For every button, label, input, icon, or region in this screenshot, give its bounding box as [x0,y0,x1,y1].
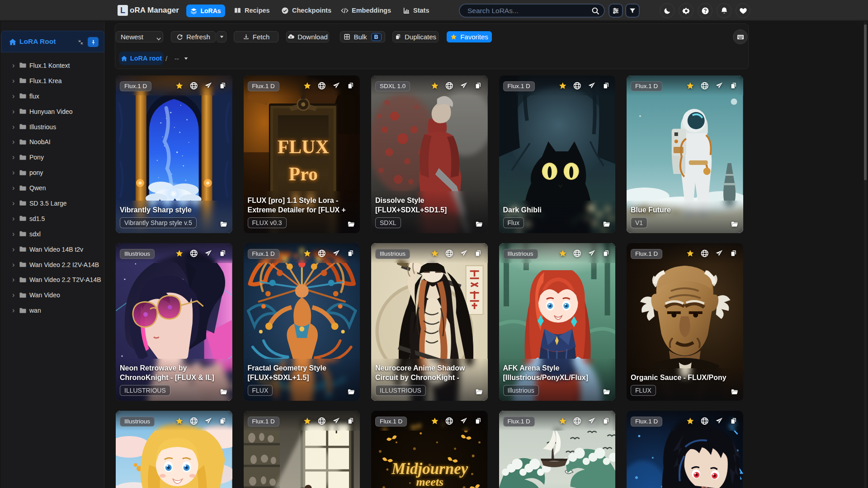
svg-text:Pro: Pro [288,164,317,184]
svg-text:meets: meets [416,475,443,488]
svg-text:FLUX: FLUX [277,136,329,157]
